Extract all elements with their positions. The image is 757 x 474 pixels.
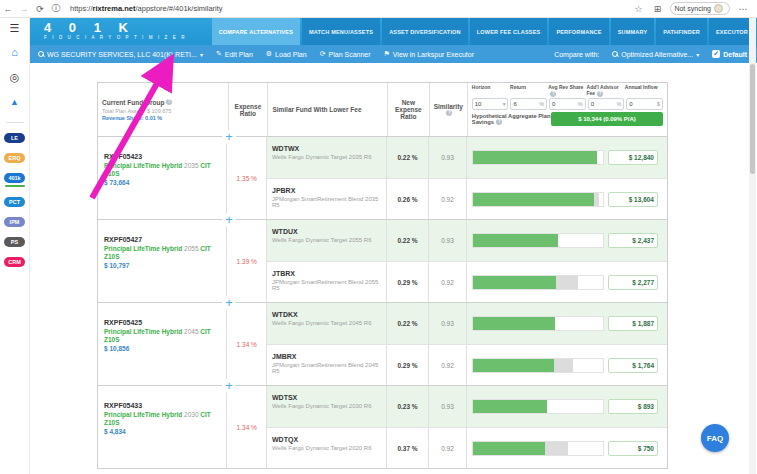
savings-bar-green xyxy=(473,317,555,330)
help-icon[interactable]: ? xyxy=(550,91,556,97)
target-icon[interactable]: ◎ xyxy=(10,72,20,83)
site-info-icon[interactable]: ⓘ xyxy=(48,2,64,15)
current-fund-cell[interactable]: RXPF05427 Principal LifeTime Hybrid 2055… xyxy=(98,220,227,302)
rail-badge-ps[interactable]: PS xyxy=(4,237,25,247)
assumption-input-avg-rev-share[interactable]: 0% xyxy=(549,98,586,110)
view-in-larkspur-executor-button[interactable]: ⚑View in Larkspur Executor xyxy=(384,50,474,58)
plan-toolbar: WG SECURITY SERVICES, LLC 401(K) RETI...… xyxy=(30,45,757,63)
scrollbar-thumb[interactable] xyxy=(750,64,755,174)
tab-performance[interactable]: PERFORMANCE xyxy=(549,18,608,45)
chevron-down-icon: ▾ xyxy=(200,51,203,58)
tab-summary[interactable]: SUMMARY xyxy=(611,18,655,45)
add-fund-plus-icon[interactable]: + xyxy=(222,213,236,227)
hamburger-menu-icon[interactable]: ☰ xyxy=(10,23,20,33)
assumption-label-add-l-advisor-fee: Add'l Advisor Fee? xyxy=(587,85,625,97)
fund-code: RXPF05427 xyxy=(104,236,222,243)
app-logo[interactable]: 4 0 1 K F I D U C I A R Y O P T I M I Z … xyxy=(30,18,212,45)
alternative-fund-cell[interactable]: WTDKX Wells Fargo Dynamic Target 2045 R6 xyxy=(267,303,387,344)
add-fund-plus-icon[interactable]: + xyxy=(222,296,236,310)
action-label: Plan Scanner xyxy=(329,51,371,58)
add-fund-plus-icon[interactable]: + xyxy=(222,379,236,393)
forward-icon[interactable]: → xyxy=(16,4,32,14)
rail-badge-ipm[interactable]: IPM xyxy=(4,217,25,227)
back-icon[interactable]: ← xyxy=(0,4,16,14)
plan-scanner-button[interactable]: ⟳Plan Scanner xyxy=(320,50,371,58)
scrollbar[interactable] xyxy=(749,18,756,474)
assumption-input-add-l-advisor-fee[interactable]: 0% xyxy=(588,98,625,110)
action-label: View in Larkspur Executor xyxy=(393,51,474,58)
alternative-fund-row[interactable]: JTBRX JPMorgan SmartRetirement Blend 205… xyxy=(267,261,667,302)
collections-icon[interactable]: ⊞ xyxy=(651,4,663,14)
edit-plan-button[interactable]: ✎Edit Plan xyxy=(216,50,253,58)
app-tabs: COMPARE ALTERNATIVESMATCH MENU/ASSETSASS… xyxy=(212,18,757,45)
annual-inflow-value[interactable]: $ 1,887 xyxy=(608,316,658,331)
favorites-star-icon[interactable]: ☆ xyxy=(632,4,644,14)
help-icon[interactable]: ? xyxy=(166,99,172,105)
refresh-icon[interactable]: ⟳ xyxy=(32,4,48,14)
current-fund-cell[interactable]: RXPF05423 Principal LifeTime Hybrid 2035… xyxy=(98,137,227,219)
annual-inflow-value[interactable]: $ 12,840 xyxy=(608,150,658,165)
alt-similarity: 0.93 xyxy=(429,137,467,178)
aggregate-savings-button[interactable]: $ 10,344 (0.09% P/A) xyxy=(551,112,663,126)
alternative-fund-row[interactable]: JMBRX JPMorgan SmartRetirement Blend 204… xyxy=(267,344,667,385)
assumption-input-horizon[interactable]: 10▾ xyxy=(472,98,509,110)
annual-inflow-value[interactable]: $ 1,764 xyxy=(608,358,658,373)
annual-inflow-value[interactable]: $ 893 xyxy=(608,399,658,414)
scanner-icon: ⟳ xyxy=(320,50,326,58)
load-plan-button[interactable]: ⚙Load Plan xyxy=(266,50,307,58)
url-text[interactable]: https://rixtrema.net/appstore/#/401k/sim… xyxy=(70,4,632,13)
assumption-input-return[interactable]: 6% xyxy=(510,98,547,110)
alternative-fund-row[interactable]: JPBRX JPMorgan SmartRetirement Blend 203… xyxy=(267,178,667,219)
rail-badge-pct[interactable]: PCT xyxy=(4,197,25,207)
tree-icon[interactable]: ▲ xyxy=(10,97,19,108)
savings-bar-gray xyxy=(545,442,568,455)
rail-badge-le[interactable]: LE xyxy=(4,133,25,143)
alternative-fund-cell[interactable]: WTDUX Wells Fargo Dynamic Target 2055 R6 xyxy=(267,220,387,261)
help-icon[interactable]: ? xyxy=(446,110,452,116)
tab-lower-fee-classes[interactable]: LOWER FEE CLASSES xyxy=(470,18,548,45)
fund-expense-ratio: 1.35 % xyxy=(227,137,267,219)
alternative-fund-row[interactable]: WTDUX Wells Fargo Dynamic Target 2055 R6… xyxy=(267,220,667,261)
alternative-fund-cell[interactable]: WDTSX Wells Fargo Dynamic Target 2030 R6 xyxy=(267,386,387,427)
home-icon[interactable]: ⌂ xyxy=(11,47,18,58)
annual-inflow-value[interactable]: $ 2,437 xyxy=(608,233,658,248)
annual-inflow-value[interactable]: $ 13,604 xyxy=(608,192,658,207)
alt-expense-ratio: 0.22 % xyxy=(387,220,429,261)
input-value: 6 xyxy=(513,101,539,107)
alternative-fund-cell[interactable]: WDTQX Wells Fargo Dynamic Target 2020 R6 xyxy=(267,428,387,468)
rail-badge-erq[interactable]: ERQ xyxy=(4,153,25,163)
fund-group-row: + RXPF05425 Principal LifeTime Hybrid 20… xyxy=(98,303,667,386)
alternative-fund-cell[interactable]: JPBRX JPMorgan SmartRetirement Blend 203… xyxy=(267,179,387,219)
plan-selector[interactable]: WG SECURITY SERVICES, LLC 401(K) RETI...… xyxy=(38,51,203,58)
ellipsis-menu-icon[interactable]: ⋯ xyxy=(737,4,749,14)
alt-expense-ratio: 0.22 % xyxy=(387,137,429,178)
faq-button[interactable]: FAQ xyxy=(701,424,729,452)
rail-badge-401k[interactable]: 401k xyxy=(4,173,25,183)
tab-asset-diversification[interactable]: ASSET DIVERSIFICATION xyxy=(382,18,468,45)
alternative-fund-row[interactable]: WDTWX Wells Fargo Dynamic Target 2035 R6… xyxy=(267,137,667,178)
tab-match-menu-assets[interactable]: MATCH MENU/ASSETS xyxy=(302,18,380,45)
help-icon[interactable]: ? xyxy=(496,119,502,125)
alternative-fund-row[interactable]: WDTQX Wells Fargo Dynamic Target 2020 R6… xyxy=(267,427,667,468)
add-fund-plus-icon[interactable]: + xyxy=(222,130,236,144)
alternative-fund-cell[interactable]: JTBRX JPMorgan SmartRetirement Blend 205… xyxy=(267,262,387,302)
help-icon[interactable]: ? xyxy=(597,91,603,97)
annual-inflow-value[interactable]: $ 750 xyxy=(608,441,658,456)
tab-compare-alternatives[interactable]: COMPARE ALTERNATIVES xyxy=(212,18,300,45)
compare-with-selector[interactable]: Optimized Alternative... ▾ xyxy=(612,51,699,58)
rail-badge-crm[interactable]: CRM xyxy=(4,257,25,267)
alternative-fund-row[interactable]: WTDKX Wells Fargo Dynamic Target 2045 R6… xyxy=(267,303,667,344)
alternative-fund-cell[interactable]: WDTWX Wells Fargo Dynamic Target 2035 R6 xyxy=(267,137,387,178)
profile-button[interactable]: Not syncing xyxy=(670,2,730,15)
checkbox-icon: ✓ xyxy=(712,50,720,58)
tab-pathfinder[interactable]: PATHFINDER xyxy=(656,18,707,45)
alternative-fund-row[interactable]: WDTSX Wells Fargo Dynamic Target 2030 R6… xyxy=(267,386,667,427)
alternative-fund-cell[interactable]: JMBRX JPMorgan SmartRetirement Blend 204… xyxy=(267,345,387,385)
annual-inflow-value[interactable]: $ 2,277 xyxy=(608,275,658,290)
assumption-input-annual-inflow[interactable]: 0$ xyxy=(626,98,663,110)
current-fund-cell[interactable]: RXPF05433 Principal LifeTime Hybrid 2030… xyxy=(98,386,227,468)
default-toggle[interactable]: ✓ Default xyxy=(712,50,747,58)
current-fund-cell[interactable]: RXPF05425 Principal LifeTime Hybrid 2045… xyxy=(98,303,227,385)
header-current-fund-group: Current Fund Group? Total Plan Assets: $… xyxy=(98,83,229,136)
alt-expense-ratio: 0.29 % xyxy=(387,262,429,302)
